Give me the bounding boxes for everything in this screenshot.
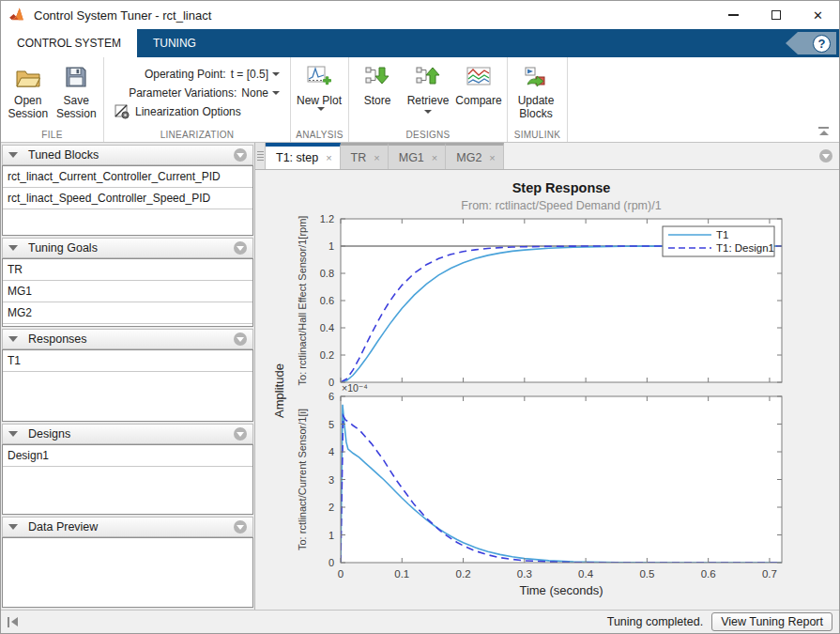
list-item[interactable]: T1 — [3, 350, 252, 372]
close-tab-icon[interactable]: × — [326, 152, 331, 163]
plot-tab-t1-step[interactable]: T1: step× — [266, 143, 341, 169]
chevron-down-icon — [822, 154, 830, 159]
linearization-options-icon — [115, 104, 130, 119]
update-blocks-button[interactable]: Update Blocks — [511, 60, 561, 129]
sidebar-section-designs: DesignsDesign1 — [1, 424, 254, 515]
operating-point-dropdown[interactable]: Operating Point: t = [0.5] — [115, 65, 280, 84]
help-button[interactable]: ? — [813, 35, 831, 53]
parameter-variations-dropdown[interactable]: Parameter Variations: None — [115, 84, 280, 102]
section-menu-button[interactable] — [234, 148, 247, 162]
section-header[interactable]: Tuning Goals — [2, 238, 253, 258]
store-button[interactable]: Store — [352, 60, 403, 129]
collapse-left-icon — [11, 617, 18, 626]
maximize-button[interactable] — [755, 1, 797, 29]
close-tab-icon[interactable]: × — [432, 152, 437, 163]
section-title: Data Preview — [28, 520, 98, 533]
store-label: Store — [364, 94, 391, 107]
svg-text:From: rctlinact/Speed Demand (: From: rctlinact/Speed Demand (rpm)/1 — [461, 199, 661, 212]
panel-splitter-grip[interactable] — [255, 143, 266, 169]
plot-tabs: T1: step×TR×MG1×MG2× — [266, 143, 504, 169]
plot-tab-bar: T1: step×TR×MG1×MG2× — [255, 143, 839, 170]
open-session-button[interactable]: Open Session — [4, 60, 53, 129]
compare-button[interactable]: Compare — [453, 60, 504, 129]
svg-text:1: 1 — [328, 240, 334, 252]
section-menu-button[interactable] — [234, 241, 247, 255]
list-item[interactable]: MG2 — [3, 302, 252, 324]
plot-tab-label: TR — [351, 151, 367, 164]
svg-text:T1: Design1: T1: Design1 — [716, 242, 774, 254]
list-item[interactable]: MG1 — [3, 281, 252, 302]
svg-text:2: 2 — [328, 502, 334, 513]
section-list: Design1 — [2, 444, 253, 515]
operating-point-label: Operating Point: — [145, 68, 226, 81]
plot-tab-tr[interactable]: TR× — [341, 143, 389, 169]
new-plot-button[interactable]: New Plot — [294, 60, 344, 129]
section-header[interactable]: Data Preview — [2, 517, 253, 537]
section-menu-button[interactable] — [234, 427, 247, 441]
close-button[interactable]: ✕ — [797, 1, 839, 29]
new-plot-icon — [307, 63, 331, 91]
svg-text:To: rctlinact/Hall Effect Sens: To: rctlinact/Hall Effect Sensor/1[rpm] — [297, 216, 308, 386]
section-header[interactable]: Responses — [2, 329, 253, 349]
parameter-variations-value: None — [241, 86, 268, 100]
section-menu-button[interactable] — [234, 520, 247, 533]
svg-text:0.3: 0.3 — [517, 568, 532, 580]
document-area: T1: step×TR×MG1×MG2× Step ResponseFrom: … — [255, 143, 839, 610]
section-header[interactable]: Designs — [2, 424, 253, 444]
section-title: Tuning Goals — [28, 241, 98, 255]
collapse-triangle-icon — [8, 152, 18, 158]
compare-label: Compare — [455, 94, 501, 107]
svg-text:0: 0 — [328, 377, 334, 388]
list-item[interactable]: Design1 — [3, 445, 252, 467]
sidebar-section-responses: ResponsesT1 — [1, 329, 254, 422]
collapse-sidebar-button[interactable] — [8, 617, 18, 627]
update-blocks-label: Update Blocks — [511, 94, 561, 120]
svg-text:0.2: 0.2 — [456, 568, 471, 580]
svg-text:0.7: 0.7 — [762, 568, 777, 580]
step-response-figure: Step ResponseFrom: rctlinact/Speed Deman… — [255, 170, 839, 610]
collapse-triangle-icon — [8, 245, 18, 251]
svg-text:6: 6 — [328, 391, 334, 402]
section-list — [2, 537, 253, 608]
close-tab-icon[interactable]: × — [489, 152, 495, 163]
svg-text:3: 3 — [328, 474, 334, 486]
linearization-section-label: LINEARIZATION — [104, 130, 290, 140]
minimize-button[interactable] — [712, 1, 755, 29]
plot-tab-mg2[interactable]: MG2× — [446, 143, 504, 169]
collapse-triangle-icon — [8, 431, 18, 437]
section-list: rct_linact_Current_Controller_Current_PI… — [2, 165, 253, 236]
plot-tab-label: T1: step — [276, 151, 318, 164]
store-icon — [365, 63, 389, 91]
chevron-down-icon — [237, 432, 244, 437]
designs-section-label: DESIGNS — [349, 130, 507, 140]
chevron-down-icon — [237, 246, 244, 251]
chevron-down-icon — [237, 153, 244, 158]
section-header[interactable]: Tuned Blocks — [2, 145, 253, 165]
retrieve-icon — [416, 63, 440, 91]
section-menu-button[interactable] — [234, 332, 247, 346]
tab-control-system[interactable]: CONTROL SYSTEM — [1, 29, 137, 57]
chevron-down-icon — [272, 91, 280, 95]
linearization-options-button[interactable]: Linearization Options — [115, 102, 280, 121]
close-tab-icon[interactable]: × — [374, 152, 379, 163]
list-item[interactable]: TR — [3, 259, 252, 281]
svg-text:1.2: 1.2 — [320, 213, 334, 224]
list-item[interactable]: rct_linact_Current_Controller_Current_PI… — [3, 166, 252, 188]
sidebar-section-data-preview: Data Preview — [1, 517, 254, 608]
sidebar-section-tuning-goals: Tuning GoalsTRMG1MG2 — [1, 238, 254, 327]
tab-overflow-button[interactable] — [819, 149, 832, 162]
save-session-button[interactable]: Save Session — [53, 60, 101, 129]
collapse-left-icon — [8, 617, 9, 627]
ribbon-section-linearization: Operating Point: t = [0.5] Parameter Var… — [104, 57, 291, 142]
retrieve-button[interactable]: Retrieve — [403, 60, 453, 129]
plot-tab-mg1[interactable]: MG1× — [389, 143, 447, 169]
svg-text:0.4: 0.4 — [320, 322, 334, 333]
collapse-ribbon-button[interactable] — [818, 127, 829, 135]
svg-text:0.1: 0.1 — [394, 568, 409, 580]
svg-text:Time (seconds): Time (seconds) — [519, 583, 603, 597]
tab-tuning[interactable]: TUNING — [137, 29, 212, 57]
view-tuning-report-button[interactable]: View Tuning Report — [711, 612, 832, 631]
ribbon-tab-bar: CONTROL SYSTEM TUNING ? — [1, 29, 839, 57]
analysis-section-label: ANALYSIS — [291, 130, 348, 140]
list-item[interactable]: rct_linact_Speed_Controller_Speed_PID — [3, 188, 252, 209]
